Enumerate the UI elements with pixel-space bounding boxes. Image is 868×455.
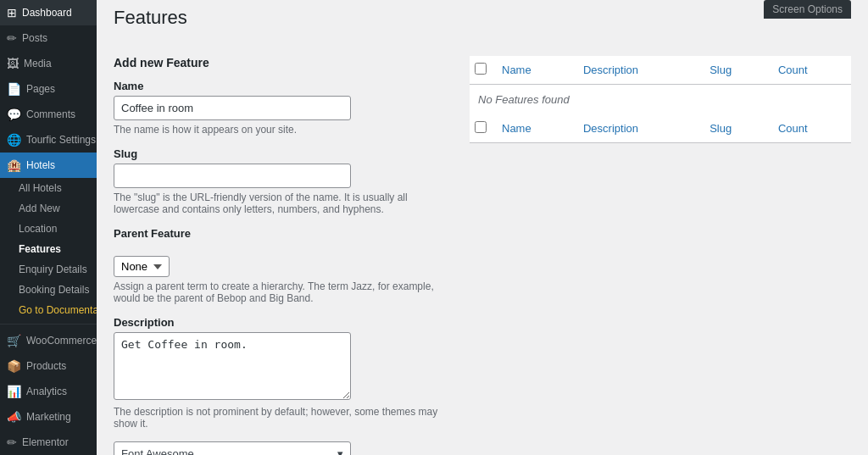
products-icon: 📦 — [7, 359, 21, 373]
sidebar-sub-add-new[interactable]: Add New — [12, 198, 97, 219]
sidebar-item-label: Marketing — [26, 411, 71, 423]
woocommerce-icon: 🛒 — [7, 334, 21, 347]
sidebar-sub-all-hotels[interactable]: All Hotels — [12, 178, 97, 198]
col-name-link[interactable]: Name — [502, 64, 531, 76]
features-label: Features — [19, 243, 61, 255]
footer-col-slug-link[interactable]: Slug — [709, 122, 732, 135]
parent-group: Parent Feature None Assign a parent term… — [114, 227, 453, 304]
posts-icon: ✏ — [7, 31, 17, 45]
footer-col-count: Count — [770, 114, 851, 143]
sidebar-item-pages[interactable]: 📄 Pages — [0, 76, 97, 102]
col-description-link[interactable]: Description — [583, 64, 638, 76]
header-checkbox-col — [470, 56, 493, 85]
col-count: Count — [770, 56, 851, 85]
table-footer-row: Name Description Slug Count — [470, 114, 851, 143]
sidebar-item-media[interactable]: 🖼 Media — [0, 51, 97, 76]
dashboard-icon: ⊞ — [7, 6, 17, 19]
sidebar-item-label: Hotels — [26, 159, 55, 171]
sidebar-item-label: Elementor — [22, 436, 69, 448]
sidebar-item-label: Tourfic Settings — [26, 134, 96, 146]
name-label: Name — [114, 80, 453, 92]
col-description: Description — [575, 56, 701, 85]
slug-hint: The "slug" is the URL-friendly version o… — [114, 191, 453, 215]
parent-hint: Assign a parent term to create a hierarc… — [114, 280, 453, 304]
table-header-row: Name Description Slug Count — [470, 56, 851, 85]
screen-options-button[interactable]: Screen Options — [764, 0, 851, 19]
footer-col-name-link[interactable]: Name — [502, 122, 531, 135]
select-all-checkbox[interactable] — [475, 63, 487, 75]
footer-col-description: Description — [575, 114, 701, 143]
add-feature-form: Add new Feature Name The name is how it … — [97, 42, 470, 455]
location-label: Location — [19, 223, 57, 235]
chevron-down-icon: ▾ — [337, 447, 343, 455]
features-table: Name Description Slug Count — [470, 56, 851, 143]
sidebar-item-products[interactable]: 📦 Products — [0, 353, 97, 379]
sidebar-item-label: Dashboard — [22, 7, 72, 19]
slug-input[interactable] — [114, 164, 351, 188]
col-count-link[interactable]: Count — [778, 64, 808, 76]
all-hotels-label: All Hotels — [19, 182, 62, 194]
tourfic-icon: 🌐 — [7, 133, 21, 147]
icon-type-trigger[interactable]: Font Awesome ▾ — [114, 441, 351, 455]
footer-col-count-link[interactable]: Count — [778, 122, 808, 135]
analytics-icon: 📊 — [7, 385, 21, 398]
sidebar-sub-features[interactable]: Features — [12, 239, 97, 259]
sidebar-item-comments[interactable]: 💬 Comments — [0, 102, 97, 127]
hotels-icon: 🏨 — [7, 158, 21, 172]
sidebar-item-elementor[interactable]: ✏ Elementor — [0, 430, 97, 455]
add-new-label: Add New — [19, 203, 60, 214]
sidebar: ⊞ Dashboard ✏ Posts 🖼 Media 📄 Pages 💬 Co… — [0, 0, 97, 455]
media-icon: 🖼 — [7, 57, 19, 70]
sidebar-item-label: Comments — [26, 108, 75, 120]
sidebar-item-marketing[interactable]: 📣 Marketing — [0, 404, 97, 430]
top-bar: Screen Options — [97, 0, 868, 7]
booking-details-label: Booking Details — [19, 284, 89, 296]
footer-col-description-link[interactable]: Description — [583, 122, 638, 135]
name-input[interactable] — [114, 96, 351, 120]
footer-col-name: Name — [493, 114, 575, 143]
name-hint: The name is how it appears on your site. — [114, 124, 453, 136]
sidebar-item-woocommerce[interactable]: 🛒 WooCommerce — [0, 328, 97, 353]
sidebar-item-posts[interactable]: ✏ Posts — [0, 25, 97, 51]
sidebar-item-label: Media — [24, 58, 52, 69]
sidebar-item-label: Analytics — [26, 386, 67, 397]
select-all-checkbox-footer[interactable] — [475, 121, 487, 133]
slug-label: Slug — [114, 147, 453, 160]
sidebar-item-label: Pages — [26, 83, 55, 95]
sidebar-item-analytics[interactable]: 📊 Analytics — [0, 379, 97, 404]
sidebar-item-hotels[interactable]: 🏨 Hotels — [0, 153, 97, 178]
description-hint: The description is not prominent by defa… — [114, 406, 453, 430]
no-items-row: No Features found — [470, 85, 851, 115]
col-name: Name — [493, 56, 575, 85]
main-content: Screen Options Features Add new Feature … — [97, 0, 868, 455]
content-area: Add new Feature Name The name is how it … — [97, 42, 868, 455]
enquiry-details-label: Enquiry Details — [19, 264, 87, 275]
parent-select[interactable]: None — [114, 256, 170, 277]
description-group: Description The description is not promi… — [114, 316, 453, 430]
sidebar-item-label: Posts — [22, 32, 47, 44]
col-slug-link[interactable]: Slug — [709, 64, 732, 76]
sidebar-sub-location[interactable]: Location — [12, 219, 97, 239]
footer-col-slug: Slug — [701, 114, 770, 143]
name-group: Name The name is how it appears on your … — [114, 80, 453, 136]
marketing-icon: 📣 — [7, 410, 21, 424]
description-textarea[interactable] — [114, 332, 351, 400]
features-table-panel: Name Description Slug Count — [470, 42, 868, 455]
sidebar-sub-enquiry-details[interactable]: Enquiry Details — [12, 259, 97, 280]
parent-label: Parent Feature — [114, 227, 453, 240]
sidebar-item-label: Products — [26, 360, 66, 372]
no-items-cell: No Features found — [470, 85, 851, 115]
docs-label: Go to Documentation — [19, 304, 97, 316]
page-title: Features — [114, 7, 851, 29]
sidebar-item-label: WooCommerce — [26, 335, 97, 347]
hotels-submenu: All Hotels Add New Location Features Enq… — [0, 178, 97, 320]
page-header: Features — [97, 7, 868, 42]
sidebar-item-dashboard[interactable]: ⊞ Dashboard — [0, 0, 97, 25]
sidebar-sub-booking-details[interactable]: Booking Details — [12, 280, 97, 300]
sidebar-sub-docs[interactable]: Go to Documentation — [12, 300, 97, 320]
form-section-title: Add new Feature — [114, 56, 453, 69]
icon-type-dropdown-container: Font Awesome ▾ ✓ Font Awesome Custom — [114, 441, 351, 455]
sidebar-item-tourfic-settings[interactable]: 🌐 Tourfic Settings — [0, 127, 97, 153]
pages-icon: 📄 — [7, 82, 21, 96]
elementor-icon: ✏ — [7, 436, 17, 449]
